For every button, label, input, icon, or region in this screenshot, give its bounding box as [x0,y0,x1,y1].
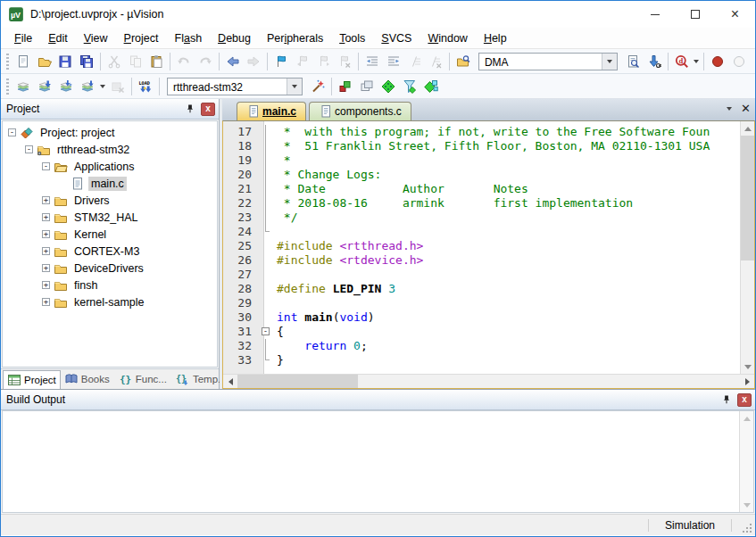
options-for-target-button[interactable] [307,76,328,97]
tab-func[interactable]: {}Func... [115,370,170,389]
scroll-up-button[interactable] [741,121,755,136]
build-output-scrollbar[interactable] [739,411,753,512]
collapse-icon[interactable]: - [25,145,33,153]
fold-collapse-icon[interactable]: - [262,327,270,335]
menu-help[interactable]: Help [476,29,515,47]
expand-icon[interactable]: + [42,281,50,289]
scrollbar-thumb[interactable] [741,136,754,260]
copy-button[interactable] [125,51,146,72]
unindent-button[interactable] [361,51,383,72]
redo-button[interactable] [195,51,216,72]
tree-item-applications[interactable]: -Applications [3,158,217,175]
doc-tab-components-c[interactable]: components.c [309,102,411,120]
comment-selection-button[interactable] [404,51,426,72]
fold-marker[interactable]: - [259,325,277,339]
scroll-right-button[interactable] [740,375,754,389]
bookmark-toggle-button[interactable] [270,51,292,72]
menu-view[interactable]: View [76,29,116,47]
toolbar-drag-handle[interactable] [6,54,9,70]
tree-item-drivers[interactable]: +Drivers [3,192,217,209]
translate-file-button[interactable] [12,76,34,97]
tree-item-stm32-hal[interactable]: +STM32_HAL [3,209,217,226]
tab-books[interactable]: Books [61,370,113,389]
toolbar-drag-handle[interactable] [6,78,9,95]
cut-button[interactable] [104,51,125,72]
scrollbar-track[interactable] [741,260,754,359]
software-packs-button[interactable] [420,76,442,97]
pin-icon[interactable] [719,392,735,408]
search-combobox-dropdown-button[interactable] [602,54,617,70]
breakpoint-enable-disable-button[interactable] [728,51,750,72]
batch-build-dropdown-button[interactable] [98,76,107,97]
project-tree[interactable]: -Project: project-rtthread-stm32-Applica… [2,120,218,368]
file-extensions-books-button[interactable] [399,76,420,97]
undo-button[interactable] [173,51,195,72]
navigate-back-button[interactable] [222,51,244,72]
uncomment-selection-button[interactable] [425,51,446,72]
scroll-down-button[interactable] [741,359,755,374]
menu-peripherals[interactable]: Peripherals [259,29,331,47]
expand-icon[interactable]: + [42,298,50,306]
menu-edit[interactable]: Edit [40,29,76,47]
close-button[interactable]: × [715,1,755,28]
project-panel-close-button[interactable]: x [201,103,215,116]
build-button[interactable] [34,76,55,97]
open-file-button[interactable] [34,51,55,72]
doc-tab-main-c[interactable]: main.c [237,102,306,120]
menu-file[interactable]: File [6,29,40,47]
breakpoint-kill-all-button[interactable] [750,51,755,72]
manage-run-time-environment-button[interactable] [335,76,356,97]
menu-svcs[interactable]: SVCS [373,29,420,47]
expand-icon[interactable]: + [42,213,50,221]
rebuild-all-button[interactable] [55,76,77,97]
batch-build-button[interactable] [77,76,98,97]
find-dialog-button[interactable] [622,51,644,72]
scrollbar-thumb[interactable] [237,375,358,388]
stop-build-button[interactable] [107,76,129,97]
scrollbar-track[interactable] [358,375,740,388]
scroll-up-button[interactable] [740,411,754,425]
resize-grip[interactable] [739,520,753,534]
tree-item-main-c[interactable]: main.c [3,175,217,192]
manage-project-items-button[interactable] [378,76,399,97]
document-list-dropdown-icon[interactable] [727,107,732,111]
navigate-forward-button[interactable] [243,51,264,72]
bookmark-previous-button[interactable] [292,51,313,72]
bookmark-clear-all-button[interactable] [334,51,355,72]
search-combobox[interactable]: DMA [478,53,618,70]
build-output-close-button[interactable]: x [737,393,752,407]
expand-icon[interactable]: + [42,264,50,272]
build-output-content[interactable] [3,411,739,512]
collapse-icon[interactable]: - [8,128,16,136]
tree-item-kernel-sample[interactable]: +kernel-sample [3,293,217,310]
menu-window[interactable]: Window [420,29,475,47]
tree-item-kernel[interactable]: +Kernel [3,226,217,243]
menu-project[interactable]: Project [116,29,167,47]
tab-project[interactable]: Project [3,370,61,389]
tree-item-cortex-m3[interactable]: +CORTEX-M3 [3,243,217,260]
code-analysis-dropdown-button[interactable] [693,51,702,72]
incremental-find-button[interactable] [644,51,665,72]
expand-icon[interactable]: + [42,230,50,238]
pin-icon[interactable] [182,101,198,117]
paste-button[interactable] [145,51,167,72]
tree-item-devicedrivers[interactable]: +DeviceDrivers [3,260,217,277]
minimize-button[interactable] [635,1,675,28]
save-button[interactable] [54,51,76,72]
indent-button[interactable] [383,51,404,72]
menu-debug[interactable]: Debug [210,29,259,47]
menu-tools[interactable]: Tools [331,29,373,47]
document-close-icon[interactable]: ✕ [741,103,751,114]
new-file-button[interactable] [12,51,34,72]
download-to-flash-button[interactable]: LOAD [135,76,156,97]
find-in-files-button[interactable] [453,51,474,72]
bookmark-next-button[interactable] [313,51,335,72]
tree-item-rtthread-stm32[interactable]: -rtthread-stm32 [3,141,217,158]
save-all-button[interactable] [76,51,97,72]
editor-vertical-scrollbar[interactable] [740,121,754,374]
breakpoint-toggle-button[interactable] [707,51,728,72]
code-analysis-button[interactable]: d [671,51,693,72]
tree-item-finsh[interactable]: +finsh [3,277,217,293]
scroll-down-button[interactable] [740,498,754,512]
manage-window-layouts-button[interactable] [356,76,378,97]
